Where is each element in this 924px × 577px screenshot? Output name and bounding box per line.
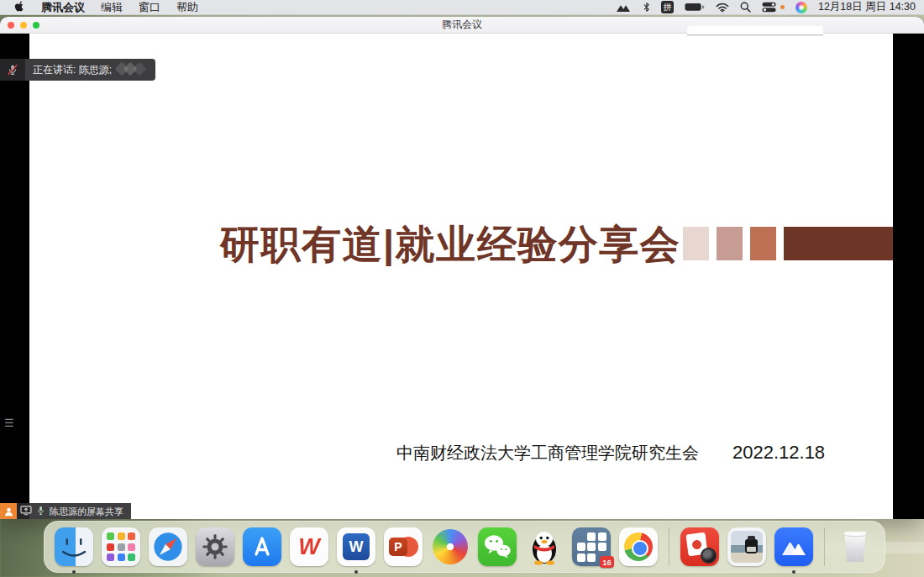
spotlight-search-icon[interactable] (740, 2, 751, 13)
close-button[interactable] (8, 22, 14, 29)
screen-mirroring-icon[interactable] (762, 2, 776, 13)
dock-wps-office[interactable]: W (290, 527, 328, 566)
dock-safari[interactable] (149, 527, 187, 566)
powerpoint-letter: P (389, 538, 407, 556)
accent-bar (784, 227, 893, 260)
battery-icon[interactable] (685, 3, 705, 12)
dock-divider (824, 527, 825, 566)
menu-window[interactable]: 窗口 (139, 0, 160, 15)
chrome-logo-icon (624, 532, 653, 561)
input-method-icon[interactable]: 拼 (661, 1, 674, 13)
sidebar-list-icon[interactable]: ☰ (4, 417, 14, 429)
running-indicator (354, 570, 358, 574)
dock: W W P (44, 521, 885, 573)
accent-square-3 (750, 227, 776, 260)
notification-badge: 16 (600, 556, 614, 568)
dock-system-settings[interactable] (196, 527, 234, 566)
dock-qq[interactable] (525, 527, 564, 566)
shared-screen-area: 研职有道|就业经验分享会 中南财经政法大学工商管理学院研究生会 2022.12.… (0, 34, 924, 519)
slide-footer: 中南财经政法大学工商管理学院研究生会 2022.12.18 (396, 442, 825, 464)
share-mic-icon (36, 504, 45, 519)
menu-clock[interactable]: 12月18日 周日 14:30 (818, 0, 916, 14)
accent-square-2 (717, 227, 743, 260)
apple-menu-icon[interactable] (14, 0, 25, 15)
dock-divider (669, 527, 669, 566)
dock-trash[interactable] (836, 527, 874, 566)
running-indicator (72, 570, 76, 574)
dock-launchpad[interactable] (102, 527, 140, 566)
camera-lens-icon (701, 548, 717, 564)
running-indicator (792, 570, 795, 574)
dock-grid-app[interactable]: 16 (572, 527, 611, 566)
dock-powerpoint[interactable]: P (384, 527, 423, 566)
launchpad-grid-icon (102, 527, 140, 566)
screen-share-icon (20, 504, 32, 519)
dock-wechat[interactable] (478, 527, 517, 566)
accent-square-1 (683, 227, 709, 260)
word-letter: W (343, 533, 370, 560)
presentation-slide: 研职有道|就业经验分享会 中南财经政法大学工商管理学院研究生会 2022.12.… (29, 34, 893, 519)
wifi-icon[interactable] (716, 3, 729, 13)
slide-footer-org: 中南财经政法大学工商管理学院研究生会 (396, 442, 699, 464)
menu-edit[interactable]: 编辑 (101, 0, 123, 15)
traffic-lights (8, 22, 39, 29)
window-title: 腾讯会议 (442, 18, 482, 32)
floating-toolbar-fragment[interactable] (687, 26, 823, 34)
dock-tencent-meeting[interactable] (774, 527, 813, 566)
dock-app-store[interactable] (243, 527, 281, 566)
wps-letter: W (298, 534, 319, 560)
slide-footer-date: 2022.12.18 (732, 442, 825, 464)
screen-share-badge[interactable]: 陈思源的屏幕共享 (0, 503, 131, 519)
ink-bottle-icon (745, 539, 758, 553)
notification-dot (780, 5, 785, 9)
trash-icon (843, 532, 868, 562)
dock-chrome[interactable] (619, 527, 658, 566)
dock-finder[interactable] (55, 527, 93, 566)
screen-share-label: 陈思源的屏幕共享 (50, 506, 123, 518)
tencent-meeting-status-icon[interactable] (616, 3, 633, 13)
slide-title: 研职有道|就业经验分享会 (220, 218, 680, 271)
dock-word[interactable]: W (337, 527, 375, 566)
tencent-meeting-window: 腾讯会议 研职有道|就业经验分享会 中南财经政法大学工商管理学院研究生会 202… (0, 17, 924, 519)
speaking-toast: 正在讲话: 陈思源; (0, 59, 155, 81)
muted-mic-icon (0, 59, 25, 81)
minimize-button[interactable] (20, 22, 27, 29)
menu-help[interactable]: 帮助 (176, 0, 198, 15)
dock-ink-photo-app[interactable] (727, 527, 766, 566)
presenter-avatar-icon (0, 503, 17, 519)
pinwheel-icon (433, 529, 468, 564)
speaking-toast-label: 正在讲话: 陈思源; (33, 63, 112, 77)
zoom-button[interactable] (33, 22, 39, 29)
siri-icon[interactable] (795, 2, 807, 13)
menu-bar: 腾讯会议 编辑 窗口 帮助 拼 (0, 0, 924, 15)
dock-photo-editor[interactable] (680, 527, 719, 566)
dock-pinwheel-browser[interactable] (431, 527, 470, 566)
watermark-diamond (133, 62, 147, 76)
menu-app-name[interactable]: 腾讯会议 (41, 0, 85, 15)
bluetooth-icon[interactable] (643, 2, 650, 13)
desktop: 腾讯会议 编辑 窗口 帮助 拼 (0, 0, 924, 577)
